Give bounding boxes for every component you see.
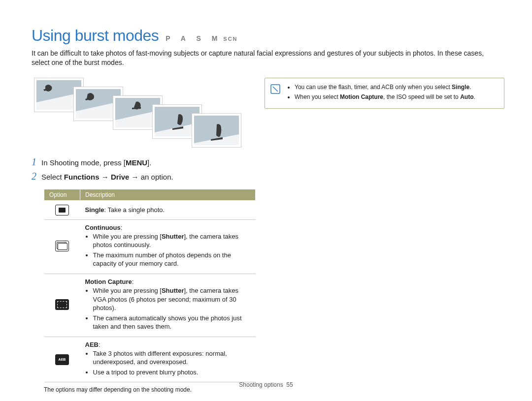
step-1: 1 In Shooting mode, press [MENU]. [32, 156, 500, 168]
step-list: 1 In Shooting mode, press [MENU]. 2 Sele… [32, 156, 500, 182]
single-icon [55, 205, 69, 216]
continuous-bullet-2: The maximum number of photos depends on … [93, 251, 251, 268]
aeb-icon [55, 354, 69, 365]
mode-letters: P A S M [166, 34, 219, 42]
manual-page: Using burst modes P A S M SCN It can be … [0, 0, 532, 401]
menu-key: MENU [126, 158, 147, 167]
intro-paragraph: It can be difficult to take photos of fa… [32, 49, 500, 67]
col-option: Option [44, 189, 80, 200]
motion-capture-icon [55, 299, 69, 310]
mode-scn: SCN [223, 36, 237, 42]
footer-section: Shooting options [239, 381, 283, 388]
motion-bullet-1: While you are pressing [Shutter], the ca… [93, 286, 251, 312]
continuous-bullet-1: While you are pressing [Shutter], the ca… [93, 232, 251, 249]
aeb-bullet-2: Use a tripod to prevent blurry photos. [93, 368, 251, 377]
title-text: Using burst modes [32, 27, 159, 45]
note-icon [270, 84, 281, 94]
aeb-bullet-1: Take 3 photos with different exposures: … [93, 349, 251, 367]
step-number: 2 [32, 171, 36, 182]
mode-badges: P A S M SCN [166, 34, 237, 42]
motion-bullet-2: The camera automatically shows you the p… [93, 314, 251, 331]
col-description: Description [80, 189, 256, 200]
row-continuous: Continuous: While you are pressing [Shut… [44, 219, 256, 274]
footer-page-number: 55 [286, 381, 293, 388]
row-single: Single: Take a single photo. [44, 200, 256, 219]
page-footer: Shooting options 55 [0, 381, 532, 388]
step-2: 2 Select Functions → Drive → an option. [32, 171, 500, 182]
row-aeb: AEB: Take 3 photos with different exposu… [44, 337, 256, 382]
step-number: 1 [32, 156, 36, 168]
page-title: Using burst modes P A S M SCN [32, 27, 500, 45]
thumbnail-5 [192, 114, 241, 147]
note-box: You can use the flash, timer, and ACB on… [265, 78, 504, 109]
continuous-icon [55, 241, 69, 251]
row-motion-capture: Motion Capture: While you are pressing [… [44, 274, 256, 337]
svg-line-11 [273, 87, 278, 92]
options-table: Option Description Single: Take a single… [44, 189, 256, 383]
step-text: In Shooting mode, press [MENU]. [41, 158, 151, 167]
note-bullet-1: You can use the flash, timer, and ACB on… [295, 83, 497, 92]
note-bullet-2: When you select Motion Capture, the ISO … [295, 93, 497, 101]
step-text: Select Functions → Drive → an option. [41, 173, 173, 181]
